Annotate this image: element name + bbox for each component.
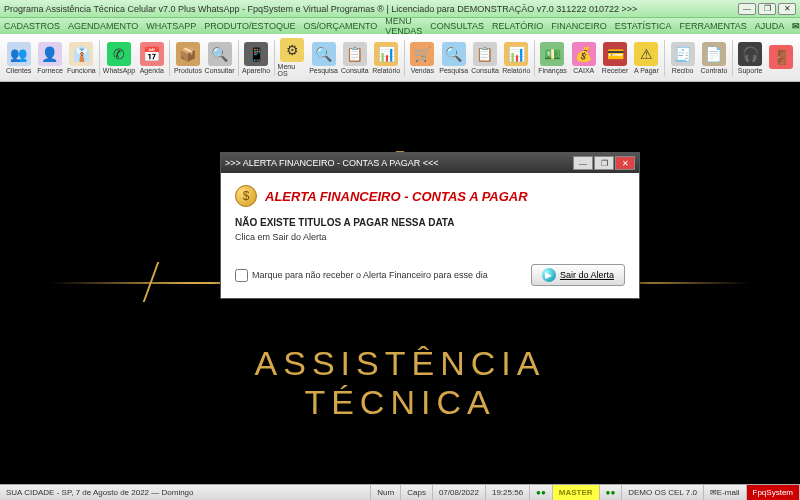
relatório-icon: 📊	[504, 42, 528, 66]
toolbar-agenda[interactable]: 📅Agenda	[137, 36, 166, 80]
menu-cadastros[interactable]: CADASTROS	[4, 21, 60, 31]
exit-alert-button[interactable]: ▶ Sair do Alerta	[531, 264, 625, 286]
menu-ajuda[interactable]: AJUDA	[755, 21, 785, 31]
toolbar-label: Relatório	[502, 67, 530, 74]
toolbar-whatsapp[interactable]: ✆WhatsApp	[103, 36, 135, 80]
caixa-icon: 💰	[572, 42, 596, 66]
toolbar-consulta[interactable]: 📋Consulta	[470, 36, 499, 80]
toolbar-separator	[238, 40, 239, 76]
toolbar-pesquisa[interactable]: 🔍Pesquisa	[309, 36, 338, 80]
whatsapp-icon: ✆	[107, 42, 131, 66]
toolbar-relatório[interactable]: 📊Relatório	[502, 36, 531, 80]
dialog-close-button[interactable]: ✕	[615, 156, 635, 170]
clientes-icon: 👥	[7, 42, 31, 66]
consultar-icon: 🔍	[208, 42, 232, 66]
toolbar-clientes[interactable]: 👥Clientes	[4, 36, 33, 80]
vendas-icon: 🛒	[410, 42, 434, 66]
toolbar-relatório[interactable]: 📊Relatório	[372, 36, 401, 80]
toolbar-fornece[interactable]: 👤Fornece	[35, 36, 64, 80]
dialog-heading: ALERTA FINANCEIRO - CONTAS A PAGAR	[265, 189, 528, 204]
menu-produto-estoque[interactable]: PRODUTO/ESTOQUE	[204, 21, 295, 31]
status-indicator: ●●	[530, 485, 553, 500]
maximize-button[interactable]: ❐	[758, 3, 776, 15]
toolbar-a pagar[interactable]: ⚠A Pagar	[632, 36, 661, 80]
toolbar-label: Vendas	[411, 67, 434, 74]
toolbar-separator	[404, 40, 405, 76]
coin-icon: $	[235, 185, 257, 207]
alert-dialog: >>> ALERTA FINANCEIRO - CONTAS A PAGAR <…	[220, 152, 640, 299]
toolbar-label: Recibo	[672, 67, 694, 74]
relatório-icon: 📊	[374, 42, 398, 66]
toolbar-label: Finanças	[538, 67, 566, 74]
toolbar-separator	[99, 40, 100, 76]
dialog-subtext: Clica em Sair do Alerta	[235, 232, 625, 242]
toolbar-finanças[interactable]: 💵Finanças	[538, 36, 567, 80]
window-title: Programa Assistência Técnica Celular v7.…	[4, 4, 738, 14]
menu-estatística[interactable]: ESTATÍSTICA	[615, 21, 672, 31]
toolbar-pesquisa[interactable]: 🔍Pesquisa	[439, 36, 468, 80]
main-canvas: ASSISTÊNCIA TÉCNICA >>> ALERTA FINANCEIR…	[0, 82, 800, 484]
toolbar-separator	[169, 40, 170, 76]
status-num: Num	[371, 485, 401, 500]
toolbar-vendas[interactable]: 🛒Vendas	[408, 36, 437, 80]
consulta-icon: 📋	[343, 42, 367, 66]
toolbar-consultar[interactable]: 🔍Consultar	[205, 36, 235, 80]
toolbar-label: Clientes	[6, 67, 31, 74]
toolbar-label: Funciona	[67, 67, 96, 74]
status-demo: DEMO OS CEL 7.0	[622, 485, 704, 500]
toolbar-menu os[interactable]: ⚙Menu OS	[278, 36, 307, 80]
menu-agendamento[interactable]: AGENDAMENTO	[68, 21, 138, 31]
toolbar-recibo[interactable]: 🧾Recibo	[668, 36, 697, 80]
status-fpq[interactable]: FpqSystem	[747, 485, 800, 500]
toolbar-receber[interactable]: 💳Receber	[600, 36, 629, 80]
menu-os-orçamento[interactable]: OS/ORÇAMENTO	[303, 21, 377, 31]
status-indicator-2: ●●	[600, 485, 623, 500]
agenda-icon: 📅	[140, 42, 164, 66]
toolbar-contrato[interactable]: 📄Contrato	[699, 36, 728, 80]
status-location: SUA CIDADE - SP, 7 de Agosto de 2022 — D…	[0, 485, 371, 500]
toolbar-exit[interactable]: 🚪	[767, 36, 796, 80]
toolbar-caixa[interactable]: 💰CAIXA	[569, 36, 598, 80]
toolbar-consulta[interactable]: 📋Consulta	[340, 36, 369, 80]
menu-bar: CADASTROSAGENDAMENTOWHATSAPPPRODUTO/ESTO…	[0, 18, 800, 34]
menu-whatsapp[interactable]: WHATSAPP	[146, 21, 196, 31]
dialog-maximize-button[interactable]: ❐	[594, 156, 614, 170]
contrato-icon: 📄	[702, 42, 726, 66]
toolbar-produtos[interactable]: 📦Produtos	[173, 36, 202, 80]
toolbar-label: Produtos	[174, 67, 202, 74]
status-date: 07/08/2022	[433, 485, 486, 500]
dialog-body: $ ALERTA FINANCEIRO - CONTAS A PAGAR NÃO…	[221, 173, 639, 298]
toolbar-separator	[732, 40, 733, 76]
consulta-icon: 📋	[473, 42, 497, 66]
toolbar-label: Consulta	[341, 67, 369, 74]
exit-icon: 🚪	[769, 45, 793, 69]
dialog-minimize-button[interactable]: —	[573, 156, 593, 170]
close-button[interactable]: ✕	[778, 3, 796, 15]
menu-financeiro[interactable]: FINANCEIRO	[551, 21, 607, 31]
toolbar-label: Pesquisa	[309, 67, 338, 74]
toolbar-separator	[274, 40, 275, 76]
menu-consultas[interactable]: CONSULTAS	[430, 21, 484, 31]
status-master: MASTER	[553, 485, 600, 500]
dialog-message: NÃO EXISTE TITULOS A PAGAR NESSA DATA	[235, 217, 625, 228]
status-email[interactable]: ✉ E-mail	[704, 485, 747, 500]
menu-email[interactable]: ✉ E-MAIL	[792, 16, 800, 36]
toolbar-label: Aparelho	[242, 67, 270, 74]
toolbar-funciona[interactable]: 👔Funciona	[67, 36, 96, 80]
minimize-button[interactable]: —	[738, 3, 756, 15]
toolbar-label: Consultar	[205, 67, 235, 74]
toolbar-separator	[664, 40, 665, 76]
menu-relatório[interactable]: RELATÓRIO	[492, 21, 543, 31]
aparelho-icon: 📱	[244, 42, 268, 66]
background-text: ASSISTÊNCIA TÉCNICA	[200, 344, 600, 422]
funciona-icon: 👔	[69, 42, 93, 66]
toolbar-separator	[534, 40, 535, 76]
toolbar-label: Menu OS	[278, 63, 307, 77]
toolbar-suporte[interactable]: 🎧Suporte	[735, 36, 764, 80]
suppress-checkbox[interactable]	[235, 269, 248, 282]
suppress-checkbox-label[interactable]: Marque para não receber o Alerta Finance…	[235, 269, 488, 282]
toolbar-label: Fornece	[37, 67, 63, 74]
menu-ferramentas[interactable]: FERRAMENTAS	[679, 21, 746, 31]
menu-menu-vendas[interactable]: MENU VENDAS	[385, 16, 422, 36]
toolbar-aparelho[interactable]: 📱Aparelho	[241, 36, 270, 80]
